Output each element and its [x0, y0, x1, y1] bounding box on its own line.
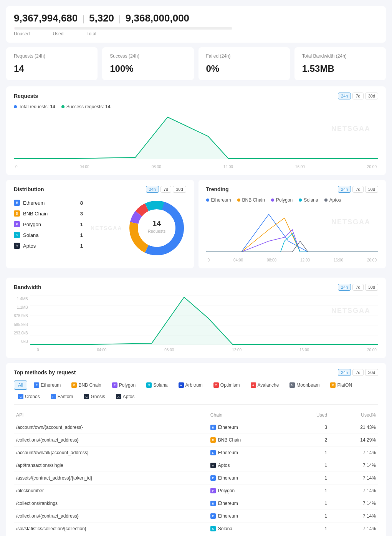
cell-used: 1 — [293, 459, 329, 472]
cell-used-pct: 7.14% — [329, 510, 378, 523]
filter-cronos-label: Cronos — [25, 394, 40, 399]
top-methods-time-7d[interactable]: 7d — [352, 369, 363, 376]
cell-used: 1 — [293, 485, 329, 497]
dist-name-ethereum: Ethereum — [23, 200, 45, 206]
filter-moonbeam[interactable]: M Moonbeam — [285, 380, 324, 390]
filter-gnosis[interactable]: G Gnosis — [79, 392, 109, 401]
filter-avalanche[interactable]: A Avalanche — [246, 380, 283, 390]
filter-optimism[interactable]: O Optimism — [209, 380, 244, 390]
bandwidth-x-labels: 0 04:00 08:00 12:00 16:00 20:00 — [14, 348, 378, 352]
filter-fantom[interactable]: F Fantom — [46, 392, 78, 401]
chain-icon: A — [210, 463, 216, 468]
metric-value-0: 14 — [14, 63, 90, 74]
col-api: API — [14, 409, 208, 421]
filter-avalanche-label: Avalanche — [258, 382, 279, 388]
dist-icon-ethereum: E — [14, 200, 20, 206]
metric-value-2: 0% — [206, 63, 282, 74]
requests-title: Requests — [14, 93, 38, 99]
filter-bnb[interactable]: B BNB Chain — [67, 380, 105, 390]
dist-icon-aptos: A — [14, 243, 20, 249]
filter-aptos-icon: A — [116, 394, 121, 399]
top-methods-time-24h[interactable]: 24h — [338, 369, 351, 376]
y-label-0: 0kB — [14, 339, 28, 344]
filter-solana[interactable]: S Solana — [142, 380, 172, 390]
cell-used-pct: 21.43% — [329, 421, 378, 434]
metric-card-2: Failed (24h) 0% — [198, 47, 290, 80]
cell-used: 1 — [293, 472, 329, 485]
cell-api: /collections/{contract_address} — [14, 434, 208, 447]
bandwidth-section: Bandwidth 24h 7d 30d 1.4MB 1.1MB 878.9kB… — [6, 278, 386, 358]
donut-area: NETSGAA 14 Requests — [91, 197, 187, 259]
distribution-header: Distribution 24h 7d 30d — [14, 186, 186, 193]
dist-time-24h[interactable]: 24h — [146, 186, 159, 193]
bandwidth-chart-wrapper: 1.4MB 1.1MB 878.9kB 585.9kB 293.0kB 0kB … — [14, 295, 378, 346]
cell-chain: E Ethereum — [208, 447, 293, 459]
chain-icon: E — [210, 475, 216, 481]
requests-time-7d[interactable]: 7d — [352, 93, 363, 99]
chain-icon: E — [210, 501, 216, 506]
trending-time-24h[interactable]: 24h — [338, 186, 351, 193]
cell-used: 3 — [293, 421, 329, 434]
distribution-time-buttons: 24h 7d 30d — [146, 186, 186, 193]
cell-api: /account/own/{account_address} — [14, 421, 208, 434]
filter-ethereum-icon: E — [34, 382, 39, 388]
metric-value-1: 100% — [110, 63, 186, 74]
filter-polygon-label: Polygon — [119, 382, 136, 388]
cell-chain: E Ethereum — [208, 421, 293, 434]
metric-label-3: Total Bandwidth (24h) — [302, 53, 378, 59]
table-row: /collections/{contract_address} B BNB Ch… — [14, 434, 378, 447]
dist-count-aptos: 1 — [80, 243, 83, 249]
table-row: /assets/{contract_address}/{token_id} E … — [14, 472, 378, 485]
chain-name: Ethereum — [218, 450, 238, 455]
bandwidth-time-24h[interactable]: 24h — [338, 284, 351, 291]
legend-ethereum: Ethereum — [206, 197, 231, 203]
dist-time-7d[interactable]: 7d — [160, 186, 171, 193]
bandwidth-watermark: NETSGAA — [331, 307, 370, 315]
bandwidth-time-buttons: 24h 7d 30d — [338, 284, 378, 291]
filter-polygon[interactable]: P Polygon — [108, 380, 140, 390]
trending-watermark: NETSGAA — [331, 218, 370, 226]
table-row: /collections/{contract_address} E Ethere… — [14, 510, 378, 523]
dist-name-solana: Solana — [23, 232, 38, 238]
top-methods-time-30d[interactable]: 30d — [365, 369, 378, 376]
filter-bnb-label: BNB Chain — [78, 382, 101, 388]
svg-text:Requests: Requests — [148, 229, 166, 233]
cell-used: 1 — [293, 497, 329, 510]
dist-time-30d[interactable]: 30d — [173, 186, 186, 193]
cell-chain: E Ethereum — [208, 472, 293, 485]
filter-cronos[interactable]: C Cronos — [14, 392, 44, 401]
dist-icon-bnb: B — [14, 210, 20, 217]
dist-trend-row: Distribution 24h 7d 30d E Ethereum 8 B — [6, 180, 386, 273]
trending-time-30d[interactable]: 30d — [365, 186, 378, 193]
requests-time-30d[interactable]: 30d — [365, 93, 378, 99]
filter-platon[interactable]: P PlatON — [326, 380, 356, 390]
bandwidth-time-30d[interactable]: 30d — [365, 284, 378, 291]
col-chain: Chain — [208, 409, 293, 421]
bandwidth-chart-inner: NETSGAA — [30, 295, 378, 346]
bandwidth-svg — [30, 295, 378, 345]
dist-item-polygon: P Polygon 1 — [14, 219, 83, 230]
progress-bar-fill — [14, 27, 14, 30]
filter-ethereum[interactable]: E Ethereum — [30, 380, 65, 390]
trending-x-labels: 0 04:00 08:00 12:00 16:00 20:00 — [206, 258, 379, 262]
filter-arbitrum[interactable]: A Arbitrum — [174, 380, 207, 390]
filter-aptos[interactable]: A Aptos — [112, 392, 139, 401]
table-header-row: API Chain Used Used% — [14, 409, 378, 421]
filter-all-label: All — [18, 382, 23, 388]
requests-time-buttons: 24h 7d 30d — [338, 93, 378, 99]
chain-name: Ethereum — [218, 501, 238, 506]
chain-name: Polygon — [218, 488, 235, 493]
table-row: /account/own/{account_address} E Ethereu… — [14, 421, 378, 434]
dist-count-polygon: 1 — [80, 222, 83, 227]
trending-time-7d[interactable]: 7d — [352, 186, 363, 193]
metric-cards: Requests (24h) 14 Success (24h) 100% Fai… — [6, 47, 386, 80]
requests-time-24h[interactable]: 24h — [338, 93, 351, 99]
legend-total-label: Total requests: 14 — [19, 104, 55, 109]
bandwidth-title: Bandwidth — [14, 284, 41, 290]
filter-all[interactable]: All — [14, 380, 27, 390]
legend-polygon: Polygon — [271, 197, 293, 203]
filter-bnb-icon: B — [71, 382, 77, 388]
bandwidth-time-7d[interactable]: 7d — [352, 284, 363, 291]
dist-count-bnb: 3 — [80, 211, 83, 217]
trending-section: Trending 24h 7d 30d Ethereum BNB Chain — [198, 180, 386, 268]
